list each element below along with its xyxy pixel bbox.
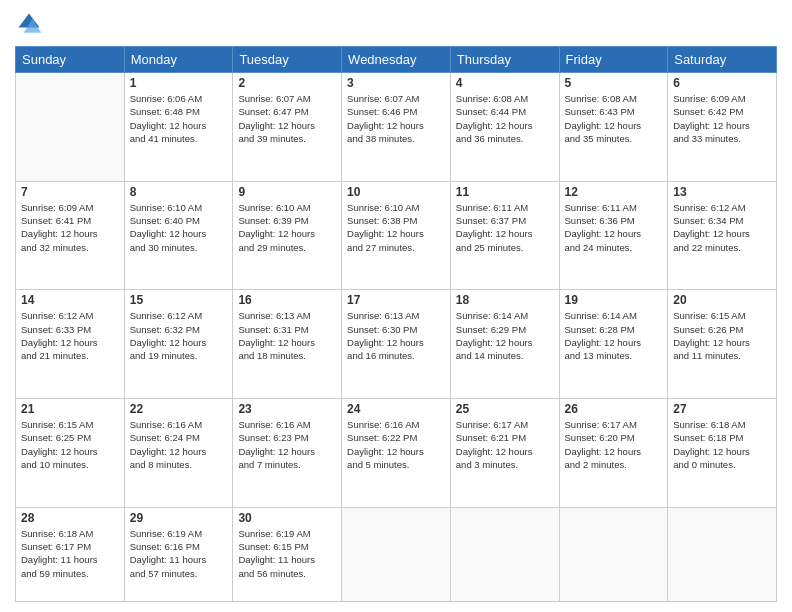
calendar-table: SundayMondayTuesdayWednesdayThursdayFrid… (15, 46, 777, 602)
calendar-cell: 20Sunrise: 6:15 AM Sunset: 6:26 PM Dayli… (668, 290, 777, 399)
day-number: 29 (130, 511, 228, 525)
day-info: Sunrise: 6:16 AM Sunset: 6:23 PM Dayligh… (238, 418, 336, 471)
day-info: Sunrise: 6:07 AM Sunset: 6:46 PM Dayligh… (347, 92, 445, 145)
day-number: 2 (238, 76, 336, 90)
week-row-5: 28Sunrise: 6:18 AM Sunset: 6:17 PM Dayli… (16, 507, 777, 601)
day-info: Sunrise: 6:15 AM Sunset: 6:26 PM Dayligh… (673, 309, 771, 362)
day-info: Sunrise: 6:12 AM Sunset: 6:32 PM Dayligh… (130, 309, 228, 362)
day-number: 7 (21, 185, 119, 199)
calendar-cell: 28Sunrise: 6:18 AM Sunset: 6:17 PM Dayli… (16, 507, 125, 601)
day-number: 21 (21, 402, 119, 416)
weekday-header-sunday: Sunday (16, 47, 125, 73)
day-number: 15 (130, 293, 228, 307)
day-number: 23 (238, 402, 336, 416)
day-info: Sunrise: 6:09 AM Sunset: 6:42 PM Dayligh… (673, 92, 771, 145)
weekday-header-saturday: Saturday (668, 47, 777, 73)
calendar-cell: 10Sunrise: 6:10 AM Sunset: 6:38 PM Dayli… (342, 181, 451, 290)
day-number: 22 (130, 402, 228, 416)
calendar-cell: 17Sunrise: 6:13 AM Sunset: 6:30 PM Dayli… (342, 290, 451, 399)
day-info: Sunrise: 6:11 AM Sunset: 6:37 PM Dayligh… (456, 201, 554, 254)
weekday-header-friday: Friday (559, 47, 668, 73)
day-info: Sunrise: 6:12 AM Sunset: 6:33 PM Dayligh… (21, 309, 119, 362)
calendar-cell: 9Sunrise: 6:10 AM Sunset: 6:39 PM Daylig… (233, 181, 342, 290)
page: SundayMondayTuesdayWednesdayThursdayFrid… (0, 0, 792, 612)
calendar-cell: 14Sunrise: 6:12 AM Sunset: 6:33 PM Dayli… (16, 290, 125, 399)
calendar-cell: 23Sunrise: 6:16 AM Sunset: 6:23 PM Dayli… (233, 399, 342, 508)
day-info: Sunrise: 6:18 AM Sunset: 6:17 PM Dayligh… (21, 527, 119, 580)
calendar-cell: 19Sunrise: 6:14 AM Sunset: 6:28 PM Dayli… (559, 290, 668, 399)
day-number: 30 (238, 511, 336, 525)
day-info: Sunrise: 6:08 AM Sunset: 6:44 PM Dayligh… (456, 92, 554, 145)
calendar-cell (342, 507, 451, 601)
day-info: Sunrise: 6:18 AM Sunset: 6:18 PM Dayligh… (673, 418, 771, 471)
day-info: Sunrise: 6:07 AM Sunset: 6:47 PM Dayligh… (238, 92, 336, 145)
calendar-cell: 25Sunrise: 6:17 AM Sunset: 6:21 PM Dayli… (450, 399, 559, 508)
day-info: Sunrise: 6:13 AM Sunset: 6:30 PM Dayligh… (347, 309, 445, 362)
logo-icon (15, 10, 43, 38)
day-info: Sunrise: 6:16 AM Sunset: 6:22 PM Dayligh… (347, 418, 445, 471)
day-info: Sunrise: 6:09 AM Sunset: 6:41 PM Dayligh… (21, 201, 119, 254)
weekday-header-row: SundayMondayTuesdayWednesdayThursdayFrid… (16, 47, 777, 73)
day-info: Sunrise: 6:11 AM Sunset: 6:36 PM Dayligh… (565, 201, 663, 254)
calendar-cell: 8Sunrise: 6:10 AM Sunset: 6:40 PM Daylig… (124, 181, 233, 290)
day-info: Sunrise: 6:14 AM Sunset: 6:28 PM Dayligh… (565, 309, 663, 362)
day-info: Sunrise: 6:10 AM Sunset: 6:38 PM Dayligh… (347, 201, 445, 254)
calendar-cell: 22Sunrise: 6:16 AM Sunset: 6:24 PM Dayli… (124, 399, 233, 508)
day-number: 24 (347, 402, 445, 416)
calendar-cell: 27Sunrise: 6:18 AM Sunset: 6:18 PM Dayli… (668, 399, 777, 508)
calendar-cell: 4Sunrise: 6:08 AM Sunset: 6:44 PM Daylig… (450, 73, 559, 182)
calendar-cell: 1Sunrise: 6:06 AM Sunset: 6:48 PM Daylig… (124, 73, 233, 182)
weekday-header-monday: Monday (124, 47, 233, 73)
day-info: Sunrise: 6:10 AM Sunset: 6:40 PM Dayligh… (130, 201, 228, 254)
day-number: 16 (238, 293, 336, 307)
day-number: 8 (130, 185, 228, 199)
calendar-cell: 2Sunrise: 6:07 AM Sunset: 6:47 PM Daylig… (233, 73, 342, 182)
day-number: 1 (130, 76, 228, 90)
day-info: Sunrise: 6:19 AM Sunset: 6:16 PM Dayligh… (130, 527, 228, 580)
day-number: 9 (238, 185, 336, 199)
calendar-cell: 12Sunrise: 6:11 AM Sunset: 6:36 PM Dayli… (559, 181, 668, 290)
day-number: 18 (456, 293, 554, 307)
calendar-cell: 18Sunrise: 6:14 AM Sunset: 6:29 PM Dayli… (450, 290, 559, 399)
day-number: 27 (673, 402, 771, 416)
calendar-cell: 11Sunrise: 6:11 AM Sunset: 6:37 PM Dayli… (450, 181, 559, 290)
week-row-4: 21Sunrise: 6:15 AM Sunset: 6:25 PM Dayli… (16, 399, 777, 508)
day-info: Sunrise: 6:15 AM Sunset: 6:25 PM Dayligh… (21, 418, 119, 471)
calendar-cell: 3Sunrise: 6:07 AM Sunset: 6:46 PM Daylig… (342, 73, 451, 182)
day-number: 13 (673, 185, 771, 199)
week-row-2: 7Sunrise: 6:09 AM Sunset: 6:41 PM Daylig… (16, 181, 777, 290)
weekday-header-wednesday: Wednesday (342, 47, 451, 73)
day-number: 26 (565, 402, 663, 416)
calendar-cell (16, 73, 125, 182)
day-number: 3 (347, 76, 445, 90)
calendar-cell (559, 507, 668, 601)
day-info: Sunrise: 6:08 AM Sunset: 6:43 PM Dayligh… (565, 92, 663, 145)
calendar-cell: 30Sunrise: 6:19 AM Sunset: 6:15 PM Dayli… (233, 507, 342, 601)
day-number: 12 (565, 185, 663, 199)
day-info: Sunrise: 6:12 AM Sunset: 6:34 PM Dayligh… (673, 201, 771, 254)
calendar-cell: 15Sunrise: 6:12 AM Sunset: 6:32 PM Dayli… (124, 290, 233, 399)
day-info: Sunrise: 6:19 AM Sunset: 6:15 PM Dayligh… (238, 527, 336, 580)
calendar-cell: 24Sunrise: 6:16 AM Sunset: 6:22 PM Dayli… (342, 399, 451, 508)
calendar-cell: 13Sunrise: 6:12 AM Sunset: 6:34 PM Dayli… (668, 181, 777, 290)
header (15, 10, 777, 38)
day-number: 6 (673, 76, 771, 90)
day-info: Sunrise: 6:10 AM Sunset: 6:39 PM Dayligh… (238, 201, 336, 254)
day-number: 4 (456, 76, 554, 90)
week-row-3: 14Sunrise: 6:12 AM Sunset: 6:33 PM Dayli… (16, 290, 777, 399)
logo (15, 10, 47, 38)
day-number: 17 (347, 293, 445, 307)
day-number: 19 (565, 293, 663, 307)
day-number: 25 (456, 402, 554, 416)
day-number: 20 (673, 293, 771, 307)
day-info: Sunrise: 6:17 AM Sunset: 6:20 PM Dayligh… (565, 418, 663, 471)
calendar-cell: 5Sunrise: 6:08 AM Sunset: 6:43 PM Daylig… (559, 73, 668, 182)
calendar-cell: 29Sunrise: 6:19 AM Sunset: 6:16 PM Dayli… (124, 507, 233, 601)
week-row-1: 1Sunrise: 6:06 AM Sunset: 6:48 PM Daylig… (16, 73, 777, 182)
day-number: 5 (565, 76, 663, 90)
calendar-cell: 26Sunrise: 6:17 AM Sunset: 6:20 PM Dayli… (559, 399, 668, 508)
calendar-cell (450, 507, 559, 601)
day-info: Sunrise: 6:13 AM Sunset: 6:31 PM Dayligh… (238, 309, 336, 362)
day-info: Sunrise: 6:14 AM Sunset: 6:29 PM Dayligh… (456, 309, 554, 362)
calendar-cell: 21Sunrise: 6:15 AM Sunset: 6:25 PM Dayli… (16, 399, 125, 508)
